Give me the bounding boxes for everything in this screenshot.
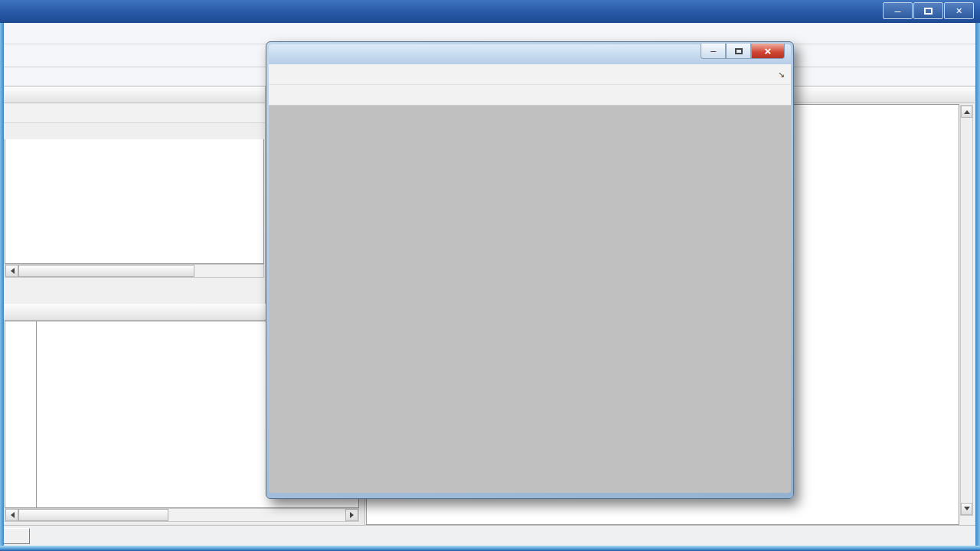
scroll-down-button[interactable] [961,503,972,515]
close-panel-icon[interactable] [956,89,968,101]
scroll-left-button[interactable] [5,265,18,277]
start-button[interactable] [2,528,30,544]
current-directory-toolbar [4,103,265,123]
figure-close-button[interactable]: × [751,44,785,59]
figure-titlebar[interactable]: – × [269,44,791,64]
maximize-button[interactable] [913,2,943,19]
file-list-hscrollbar[interactable] [5,264,264,278]
current-directory-panel [4,86,266,304]
figure-minimize-button[interactable]: – [701,44,726,59]
menu-overflow-icon[interactable]: ↘ [778,70,785,80]
window-border [0,546,980,551]
scroll-right-button[interactable] [345,509,358,521]
history-hscrollbar[interactable] [5,508,359,522]
main-titlebar: – × [0,0,980,23]
scroll-left-button[interactable] [5,509,18,521]
status-bar [0,525,980,546]
window-border [975,23,980,546]
figure-maximize-button[interactable] [726,44,751,59]
matlab-logo-icon [8,530,21,542]
scroll-thumb[interactable] [18,265,194,277]
current-directory-header[interactable] [4,86,265,103]
history-tree-line [36,321,37,507]
scroll-thumb[interactable] [18,509,168,521]
command-window-vscrollbar[interactable] [960,105,973,516]
desktop: { "window": { "title": "MATLAB" }, "main… [0,0,980,551]
figure-window: – × ↘ [266,41,794,499]
figure-canvas[interactable] [269,106,791,493]
panel-tabs [4,278,265,297]
figure-toolbar [269,85,791,106]
minimize-button[interactable]: – [883,2,913,19]
scroll-up-button[interactable] [961,106,972,118]
matlab-logo-icon [7,4,22,19]
figure-logo-icon [276,47,289,61]
slice-plot [269,106,791,493]
window-border [0,23,4,546]
undock-icon[interactable] [936,89,949,101]
figure-menubar: ↘ [269,64,791,85]
close-button[interactable]: × [944,2,974,19]
file-list[interactable] [5,139,264,264]
file-list-columns [4,123,265,139]
